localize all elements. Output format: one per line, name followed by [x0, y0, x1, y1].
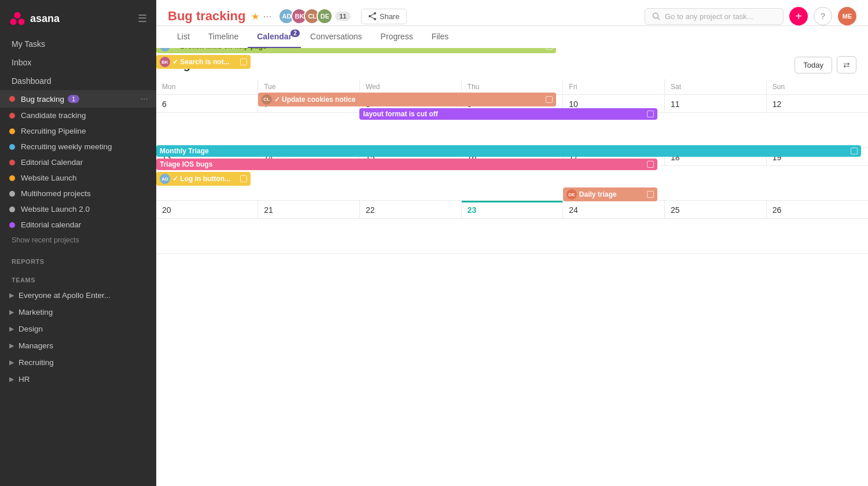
cal-cell-2-1: 21 — [258, 201, 360, 219]
cal-date-2-2: 22 — [362, 204, 378, 216]
team-label-1: Marketing — [19, 308, 53, 316]
tab-conversations[interactable]: Conversations — [301, 26, 372, 48]
event-checkbox-1-1[interactable] — [647, 111, 654, 117]
cal-date-0-0: 6 — [159, 98, 170, 110]
cal-cell-2-4: 24 — [563, 201, 665, 219]
sidebar-project-2[interactable]: Recruiting Pipeline — [0, 123, 156, 139]
calendar-body: 6789101112AD✓ Broken links on help pageB… — [156, 95, 868, 254]
project-dot-8 — [9, 222, 15, 228]
event-label-2-3: Daily triage — [579, 190, 645, 198]
event-checkbox-2-1[interactable] — [647, 161, 654, 168]
project-dot-6 — [9, 191, 15, 197]
user-avatar-button[interactable]: ME — [838, 7, 856, 25]
project-dot-2 — [9, 128, 15, 134]
svg-point-8 — [653, 13, 659, 19]
event-checkbox-0-1[interactable] — [240, 58, 247, 65]
project-label-4: Editorial Calendar — [21, 158, 83, 167]
svg-point-2 — [18, 19, 24, 25]
day-header-sat: Sat — [665, 79, 767, 95]
event-label-2-1: Triage IOS bugs — [160, 160, 645, 168]
team-item-1[interactable]: ▶ Marketing — [0, 304, 156, 321]
share-button[interactable]: Share — [361, 9, 407, 24]
event-2-0[interactable]: Monthly Triage — [156, 145, 861, 157]
sidebar-project-1[interactable]: Candidate tracking — [0, 108, 156, 123]
spacer-row-2 — [156, 219, 868, 253]
team-arrow-1: ▶ — [9, 308, 14, 316]
tabs-row: ListTimelineCalendar2ConversationsProgre… — [156, 26, 868, 48]
event-avatar-2-3: DE — [567, 189, 577, 200]
asana-logo: asana — [9, 10, 60, 27]
project-badge-0: 1 — [68, 95, 79, 103]
spacer-row-1 — [156, 166, 868, 201]
avatar-group: AD BK CL DE 11 — [278, 8, 350, 24]
filter-button[interactable]: ⇄ — [837, 56, 856, 73]
today-button[interactable]: Today — [795, 57, 832, 73]
team-arrow-2: ▶ — [9, 325, 14, 333]
event-checkbox-2-0[interactable] — [851, 148, 858, 154]
event-checkbox-1-0[interactable] — [546, 96, 553, 103]
sidebar-project-5[interactable]: Website Launch — [0, 170, 156, 186]
tab-progress[interactable]: Progress — [372, 26, 422, 48]
project-more-0[interactable]: ··· — [141, 94, 148, 104]
event-2-3[interactable]: DEDaily triage — [563, 187, 657, 201]
team-item-0[interactable]: ▶ Everyone at Apollo Enter... — [0, 287, 156, 304]
add-button[interactable]: + — [789, 7, 808, 25]
sidebar-item-inbox[interactable]: Inbox — [0, 53, 156, 72]
tab-calendar[interactable]: Calendar2 — [248, 26, 301, 48]
sidebar-project-0[interactable]: Bug tracking 1 ··· — [0, 90, 156, 108]
day-header-fri: Fri — [563, 79, 665, 95]
teams-section: Teams — [0, 268, 156, 287]
event-2-2[interactable]: AD✓ Log in button... — [156, 172, 251, 186]
event-checkbox-2-3[interactable] — [647, 191, 654, 198]
tab-timeline[interactable]: Timeline — [199, 26, 248, 48]
share-label: Share — [380, 12, 400, 21]
cal-date-2-4: 24 — [565, 204, 582, 216]
sidebar-item-dashboard[interactable]: Dashboard — [0, 72, 156, 90]
more-options-icon[interactable]: ··· — [263, 10, 271, 23]
calendar-container: August 2018 ▾ Today ⇄ MonTueWedThuFriSat… — [156, 48, 868, 486]
sidebar-project-8[interactable]: Editorial calendar — [0, 217, 156, 233]
sidebar-item-my-tasks[interactable]: My Tasks — [0, 35, 156, 53]
svg-line-7 — [370, 16, 375, 19]
project-dot-5 — [9, 175, 15, 181]
event-1-1[interactable]: layout format is cut off — [359, 108, 657, 120]
event-checkbox-0-0[interactable] — [546, 48, 553, 50]
sidebar-project-7[interactable]: Website Launch 2.0 — [0, 201, 156, 217]
tab-files[interactable]: Files — [422, 26, 458, 48]
sidebar-project-4[interactable]: Editorial Calendar — [0, 154, 156, 170]
event-0-0[interactable]: AD✓ Broken links on help page — [156, 48, 556, 53]
search-box[interactable]: Go to any project or task... — [645, 8, 784, 25]
sidebar-project-3[interactable]: Recruiting weekly meeting — [0, 139, 156, 154]
tabs-container: ListTimelineCalendar2ConversationsProgre… — [168, 26, 458, 48]
help-button[interactable]: ? — [814, 7, 832, 25]
team-item-4[interactable]: ▶ Recruiting — [0, 354, 156, 371]
event-1-0[interactable]: CL✓ Update cookies notice — [258, 93, 556, 106]
reports-section: Reports — [0, 250, 156, 268]
event-0-1[interactable]: BK✓ Search is not... — [156, 55, 251, 69]
cal-date-2-1: 21 — [260, 204, 277, 216]
header-right: Go to any project or task... + ? ME — [645, 7, 856, 25]
team-item-2[interactable]: ▶ Design — [0, 321, 156, 337]
cal-date-2-6: 26 — [769, 204, 785, 216]
svg-point-0 — [14, 12, 20, 19]
sidebar-project-6[interactable]: Multihomed projects — [0, 186, 156, 201]
team-item-3[interactable]: ▶ Managers — [0, 337, 156, 354]
project-dot-7 — [9, 207, 15, 212]
event-row-2: Monthly TriageTriage IOS bugsAD✓ Log in … — [156, 219, 868, 219]
event-2-1[interactable]: Triage IOS bugs — [156, 159, 657, 170]
project-dot-1 — [9, 113, 15, 119]
cal-cell-2-0: 20 — [156, 201, 258, 219]
team-arrow-3: ▶ — [9, 342, 14, 349]
team-label-0: Everyone at Apollo Enter... — [19, 291, 111, 300]
event-label-1-0: ✓ Update cookies notice — [274, 95, 543, 104]
team-item-5[interactable]: ▶ HR — [0, 371, 156, 388]
tab-list[interactable]: List — [168, 26, 199, 48]
calendar-grid: MonTueWedThuFriSatSun 6789101112AD✓ Brok… — [156, 79, 868, 254]
project-label-5: Website Launch — [21, 174, 77, 182]
show-recent-projects[interactable]: Show recent projects — [0, 233, 156, 250]
event-checkbox-2-2[interactable] — [240, 175, 247, 182]
star-icon[interactable]: ★ — [251, 11, 259, 22]
event-label-0-1: ✓ Search is not... — [172, 58, 238, 66]
collapse-button[interactable]: ☰ — [138, 12, 147, 25]
team-label-4: Recruiting — [19, 358, 54, 367]
